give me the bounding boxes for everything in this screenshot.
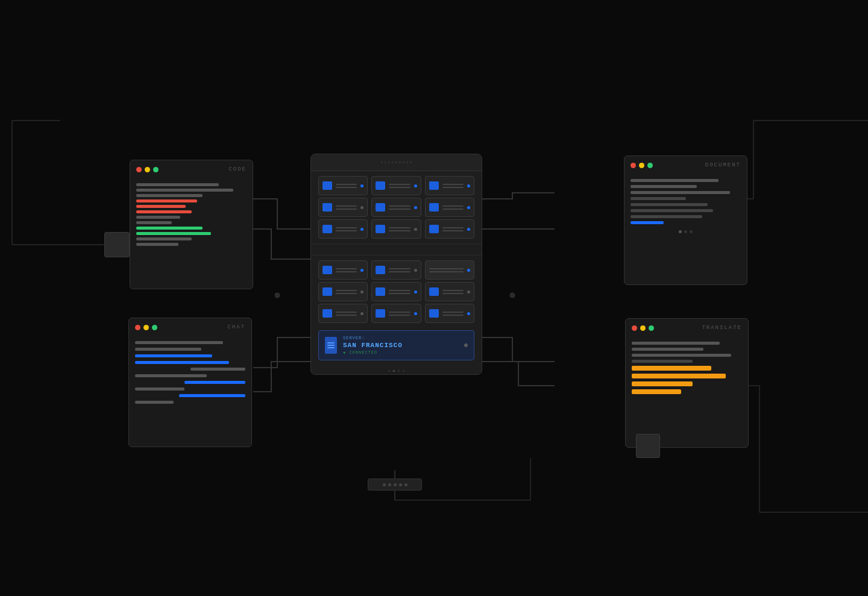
document-titlebar: DOCUMENT (631, 162, 741, 171)
unit-drive-icon (429, 287, 439, 296)
chat-line-2 (135, 348, 201, 351)
unit-drive-icon (322, 203, 332, 212)
unit-status-dot (467, 269, 470, 272)
unit-line-1 (442, 290, 464, 291)
server-top-grill (311, 154, 482, 171)
unit-line-2 (389, 187, 410, 188)
bottom-dot-2 (388, 483, 391, 486)
chat-window-dots (135, 325, 157, 330)
unit-drive-icon (429, 225, 439, 233)
server-unit-2-1 (318, 198, 368, 217)
grill-dot-1 (381, 162, 383, 163)
unit-status-dot (360, 269, 363, 272)
translate-content (632, 339, 742, 397)
server-status: ● CONNECTED (343, 350, 458, 355)
unit-lines (442, 205, 464, 210)
server-unit-4-3 (425, 260, 474, 280)
unit-line-2 (442, 230, 464, 231)
chat-line-9 (179, 394, 245, 397)
unit-line-1 (336, 312, 357, 313)
chat-content (135, 339, 245, 406)
server-unit-1-2 (371, 176, 421, 195)
unit-line-1 (442, 312, 464, 313)
grill-dot-8 (406, 162, 408, 163)
chat-window: CHAT (128, 318, 252, 447)
server-unit-3-3 (425, 219, 474, 239)
main-scene: CODE CHAT (0, 0, 868, 596)
unit-status-dot (360, 184, 363, 187)
unit-line-1 (442, 205, 464, 207)
unit-line-2 (442, 293, 464, 294)
code-titlebar: CODE (136, 166, 247, 175)
unit-lines (389, 184, 410, 188)
server-unit-6-1 (318, 304, 368, 323)
unit-line-2 (389, 315, 410, 316)
doc-line-1 (631, 179, 719, 182)
doc-line-3 (631, 191, 730, 194)
indicator-dot-2 (393, 370, 395, 372)
unit-lines (389, 268, 410, 272)
server-bottom-units (311, 256, 482, 328)
pagination-dot-2 (684, 230, 687, 233)
unit-lines (429, 268, 464, 272)
info-icon-line-2 (327, 345, 335, 346)
translate-line-4 (632, 360, 693, 363)
indicator-dot-4 (403, 370, 404, 372)
chat-line-10 (135, 401, 174, 404)
doc-dot-red (631, 163, 636, 168)
server-unit-1-3 (425, 176, 474, 195)
code-dot-red (136, 167, 142, 172)
unit-status-dot (467, 312, 470, 315)
server-row-1 (318, 176, 474, 195)
unit-line-2 (389, 230, 410, 231)
unit-line-1 (389, 290, 410, 291)
unit-line-2 (336, 293, 357, 294)
server-unit-6-3 (425, 304, 474, 323)
bottom-dot-3 (394, 483, 397, 486)
unit-lines (389, 312, 410, 316)
unit-status-dot (360, 228, 363, 231)
unit-line-1 (336, 290, 357, 291)
chat-line-3 (135, 354, 212, 357)
unit-line-2 (442, 315, 464, 316)
grill-dot-7 (403, 162, 404, 163)
unit-line-1 (442, 184, 464, 185)
chat-line-1 (135, 341, 223, 344)
unit-lines (336, 268, 357, 272)
document-title: DOCUMENT (705, 162, 741, 168)
code-line-7 (136, 216, 180, 219)
code-line-9 (136, 227, 203, 230)
unit-lines (336, 290, 357, 294)
server-top-units (311, 171, 482, 243)
unit-status-dot (467, 290, 470, 293)
server-unit-5-2 (371, 282, 421, 301)
translate-line-5 (632, 366, 711, 371)
document-pagination (631, 230, 741, 233)
bottom-connector (368, 478, 422, 491)
server-unit-4-1 (318, 260, 368, 280)
code-line-10 (136, 232, 211, 235)
unit-lines (336, 312, 357, 316)
unit-line-2 (389, 293, 410, 294)
server-mid-grill (311, 243, 482, 256)
chat-line-7 (184, 381, 245, 384)
code-line-2 (136, 189, 233, 192)
document-window: DOCUMENT (624, 155, 747, 285)
unit-lines (442, 290, 464, 294)
chat-titlebar: CHAT (135, 324, 245, 333)
server-unit-3-2 (371, 219, 421, 239)
unit-line-2 (336, 315, 357, 316)
doc-line-6 (631, 209, 713, 212)
chat-line-8 (135, 387, 184, 391)
server-row-5 (318, 282, 474, 301)
grill-dot-9 (410, 162, 412, 163)
unit-line-1 (389, 205, 410, 207)
translate-line-2 (632, 348, 703, 351)
unit-lines (336, 227, 357, 231)
code-line-3 (136, 194, 203, 197)
chat-line-4 (135, 361, 229, 364)
code-title: CODE (228, 166, 247, 172)
info-icon-line-1 (327, 342, 335, 343)
bottom-dot-5 (404, 483, 407, 486)
unit-status-dot (360, 290, 363, 293)
